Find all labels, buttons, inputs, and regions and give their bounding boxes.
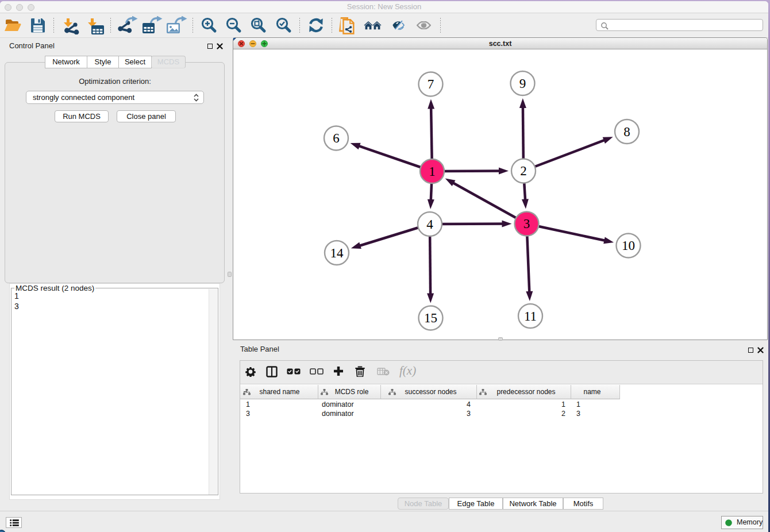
- svg-text:4: 4: [426, 217, 433, 232]
- svg-text:3: 3: [523, 217, 530, 231]
- svg-text:8: 8: [623, 125, 630, 139]
- svg-text:9: 9: [519, 76, 526, 91]
- svg-text:7: 7: [428, 77, 434, 91]
- svg-text:2: 2: [520, 164, 527, 178]
- svg-text:1: 1: [429, 164, 436, 179]
- svg-text:11: 11: [524, 309, 537, 323]
- svg-text:14: 14: [330, 246, 344, 260]
- svg-text:10: 10: [622, 238, 635, 253]
- svg-text:6: 6: [333, 131, 340, 145]
- svg-text:15: 15: [424, 311, 437, 325]
